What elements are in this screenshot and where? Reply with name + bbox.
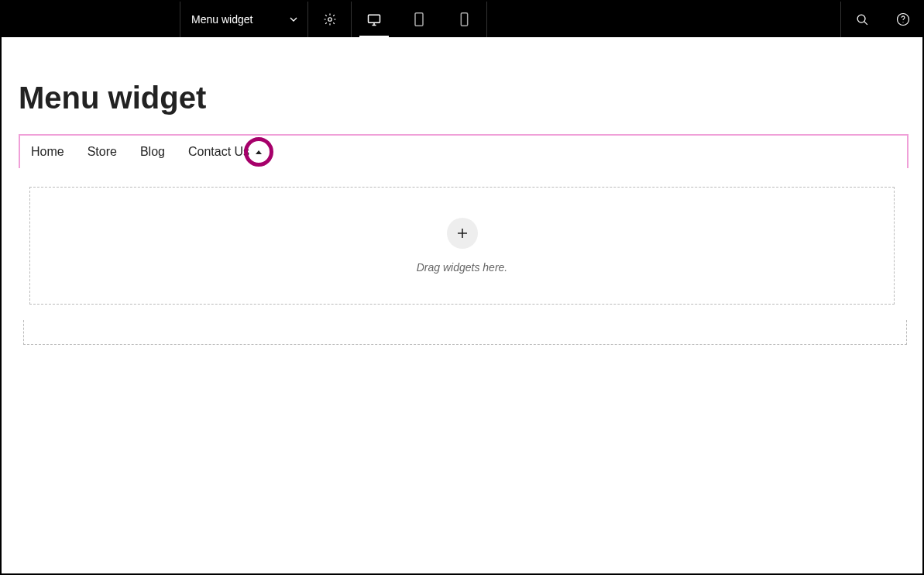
tablet-icon — [413, 12, 425, 27]
svg-point-0 — [328, 18, 331, 22]
topbar-flex-spacer — [487, 2, 840, 37]
gear-icon — [323, 12, 337, 26]
device-mobile-button[interactable] — [441, 2, 486, 37]
device-tablet-button[interactable] — [397, 2, 441, 37]
secondary-dropzone[interactable] — [23, 320, 907, 345]
mobile-icon — [459, 12, 469, 27]
device-desktop-button[interactable] — [352, 2, 397, 37]
topbar-right — [840, 2, 922, 37]
dropzone-hint: Drag widgets here. — [417, 261, 508, 274]
menu-item-label: Store — [88, 145, 117, 159]
menu-item-contact-us[interactable]: Contact Us — [188, 145, 263, 159]
settings-button[interactable] — [308, 2, 351, 37]
menu-item-label: Home — [31, 145, 64, 159]
desktop-icon — [366, 12, 382, 26]
caret-up-icon — [254, 148, 263, 156]
svg-rect-2 — [415, 13, 423, 26]
topbar: Menu widget — [2, 2, 922, 37]
svg-rect-3 — [461, 13, 467, 26]
menu-item-label: Contact Us — [188, 145, 249, 159]
menu-item-blog[interactable]: Blog — [140, 145, 165, 159]
search-button[interactable] — [841, 2, 884, 37]
help-button[interactable] — [884, 2, 922, 37]
device-preview-group — [352, 2, 487, 37]
editor-canvas: Menu widget Home Store Blog Contact Us — [2, 37, 922, 345]
widget-dropzone[interactable]: Drag widgets here. — [29, 187, 895, 305]
menu-item-store[interactable]: Store — [88, 145, 117, 159]
add-widget-button[interactable] — [447, 218, 478, 249]
menu-item-label: Blog — [140, 145, 165, 159]
help-icon — [896, 12, 910, 26]
topbar-spacer — [2, 2, 180, 37]
menu-item-home[interactable]: Home — [31, 145, 64, 159]
chevron-down-icon — [289, 15, 298, 24]
svg-point-6 — [902, 22, 903, 22]
page-selector-dropdown[interactable]: Menu widget — [180, 2, 308, 37]
search-icon — [856, 13, 869, 26]
svg-point-4 — [857, 15, 865, 22]
svg-rect-1 — [369, 15, 380, 22]
menu-bar: Home Store Blog Contact Us — [20, 136, 907, 168]
page-selector-label: Menu widget — [190, 13, 281, 26]
page-title: Menu widget — [2, 37, 922, 134]
plus-icon — [456, 227, 469, 239]
menu-widget-selected[interactable]: Home Store Blog Contact Us — [19, 134, 909, 168]
